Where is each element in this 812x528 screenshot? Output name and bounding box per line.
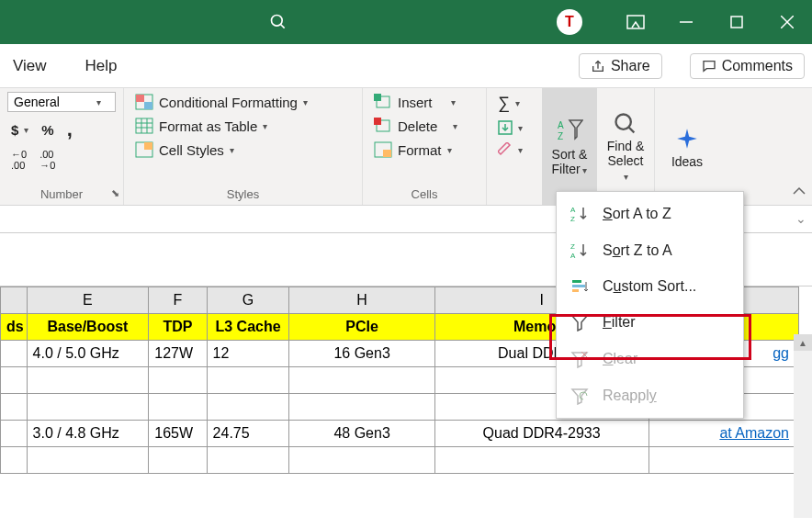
cell[interactable]: PCIe <box>289 314 434 341</box>
menu-clear: Clear <box>557 341 743 377</box>
cell[interactable] <box>1 421 28 447</box>
cell[interactable] <box>1 367 28 394</box>
cell[interactable] <box>289 447 434 474</box>
ideas-button[interactable]: Ideas <box>655 88 719 205</box>
cell[interactable]: 12 <box>207 341 289 367</box>
data-row[interactable]: 3.0 / 4.8 GHz 165W 24.75 48 Gen3 Quad DD… <box>1 421 799 447</box>
comments-label: Comments <box>722 58 793 74</box>
sort-filter-button[interactable]: AZ Sort & Filter ▾ <box>542 88 597 205</box>
format-button[interactable]: Format▾ <box>370 140 479 160</box>
percent-button[interactable]: % <box>38 120 57 140</box>
scroll-up-button[interactable]: ▲ <box>794 334 812 351</box>
clear-button[interactable]: ▾ <box>494 140 535 159</box>
menu-filter[interactable]: Filter <box>557 304 743 341</box>
col-head-g[interactable]: G <box>207 287 289 314</box>
cell[interactable] <box>434 447 648 474</box>
cell[interactable] <box>149 367 207 394</box>
close-button[interactable] <box>761 0 812 44</box>
cell[interactable] <box>207 447 289 474</box>
vertical-scrollbar[interactable]: ▲ <box>794 334 812 518</box>
cell[interactable] <box>207 394 289 421</box>
filter-icon <box>570 313 590 331</box>
cell[interactable]: Base/Boost <box>27 314 149 341</box>
group-cells-label: Cells <box>370 187 479 205</box>
tab-view[interactable]: View <box>7 53 52 79</box>
maximize-button[interactable] <box>711 0 761 44</box>
svg-rect-22 <box>383 150 391 157</box>
sort-za-icon: ZA <box>570 242 590 260</box>
format-as-table-button[interactable]: Format as Table▾ <box>131 116 355 136</box>
cell[interactable] <box>648 447 798 474</box>
expand-formula-icon[interactable]: ⌄ <box>795 211 806 226</box>
fill-button[interactable]: ▾ <box>494 118 535 137</box>
share-icon <box>591 59 605 73</box>
comments-button[interactable]: Comments <box>690 53 805 79</box>
svg-line-1 <box>281 25 285 28</box>
ribbon-display-options[interactable] <box>610 0 660 44</box>
col-head-f[interactable]: F <box>149 287 207 314</box>
cell[interactable] <box>207 367 289 394</box>
menu-sort-az[interactable]: AZ Sort A to Z <box>557 196 743 232</box>
menu-label: Custom Sort... <box>603 278 696 295</box>
cell[interactable] <box>27 367 149 394</box>
table-icon <box>135 118 153 134</box>
cell[interactable]: 4.0 / 5.0 GHz <box>27 341 149 367</box>
ribbon-options-icon <box>626 15 645 29</box>
cell[interactable] <box>27 447 149 474</box>
find-select-button[interactable]: Find & Select ▾ <box>597 88 654 205</box>
col-head-e[interactable]: E <box>27 287 149 314</box>
menu-custom-sort[interactable]: Custom Sort... <box>557 269 743 304</box>
cell[interactable]: Quad DDR4-2933 <box>434 421 648 447</box>
cell[interactable] <box>149 447 207 474</box>
title-search[interactable] <box>0 13 557 31</box>
col-head-h[interactable]: H <box>289 287 434 314</box>
svg-line-27 <box>629 127 635 132</box>
group-editing-mini: ∑▾ ▾ ▾ <box>487 88 542 205</box>
conditional-formatting-button[interactable]: Conditional Formatting▾ <box>131 92 355 112</box>
sort-az-icon: AZ <box>570 205 590 223</box>
number-format-select[interactable]: General ▾ <box>7 92 116 112</box>
custom-sort-icon <box>570 278 590 295</box>
clear-filter-icon <box>570 350 590 368</box>
autosum-button[interactable]: ∑▾ <box>494 92 535 115</box>
cell[interactable]: ds <box>1 314 28 341</box>
svg-rect-9 <box>144 102 152 109</box>
tab-help[interactable]: Help <box>80 53 123 79</box>
share-button[interactable]: Share <box>579 53 662 79</box>
cell[interactable]: TDP <box>149 314 207 341</box>
cell[interactable] <box>27 394 149 421</box>
collapse-ribbon-button[interactable] <box>792 185 806 199</box>
cell-styles-button[interactable]: Cell Styles▾ <box>131 140 355 160</box>
increase-decimal-button[interactable]: ←0.00 <box>7 147 30 173</box>
data-row[interactable] <box>1 447 799 474</box>
cell[interactable]: 16 Gen3 <box>289 341 434 367</box>
svg-rect-32 <box>572 280 581 283</box>
account-avatar[interactable]: T <box>557 9 582 35</box>
cell[interactable]: L3 Cache <box>207 314 289 341</box>
cell[interactable]: 165W <box>149 421 207 447</box>
cell[interactable] <box>289 367 434 394</box>
menu-sort-za[interactable]: ZA Sort Z to A <box>557 232 743 269</box>
share-label: Share <box>611 58 650 74</box>
minimize-button[interactable] <box>660 0 711 44</box>
currency-button[interactable]: $▾ <box>7 120 32 140</box>
cell[interactable]: 127W <box>149 341 207 367</box>
chevron-down-icon: ▾ <box>96 97 101 107</box>
comma-button[interactable]: , <box>63 116 76 143</box>
cell[interactable] <box>149 394 207 421</box>
decrease-decimal-button[interactable]: .00→0 <box>36 147 59 173</box>
col-head[interactable] <box>1 287 28 314</box>
cell[interactable] <box>1 394 28 421</box>
cell[interactable]: 48 Gen3 <box>289 421 434 447</box>
title-bar: T <box>0 0 812 44</box>
cell[interactable]: 24.75 <box>207 421 289 447</box>
cell[interactable]: 3.0 / 4.8 GHz <box>27 421 149 447</box>
cell[interactable] <box>1 447 28 474</box>
cell[interactable] <box>1 341 28 367</box>
cell[interactable] <box>289 394 434 421</box>
delete-button[interactable]: Delete ▾ <box>370 116 479 136</box>
number-dialog-launcher[interactable]: ⬊ <box>111 187 119 199</box>
insert-button[interactable]: Insert ▾ <box>370 92 479 112</box>
cell-link[interactable]: at Amazon <box>648 421 798 447</box>
svg-point-26 <box>616 114 631 129</box>
